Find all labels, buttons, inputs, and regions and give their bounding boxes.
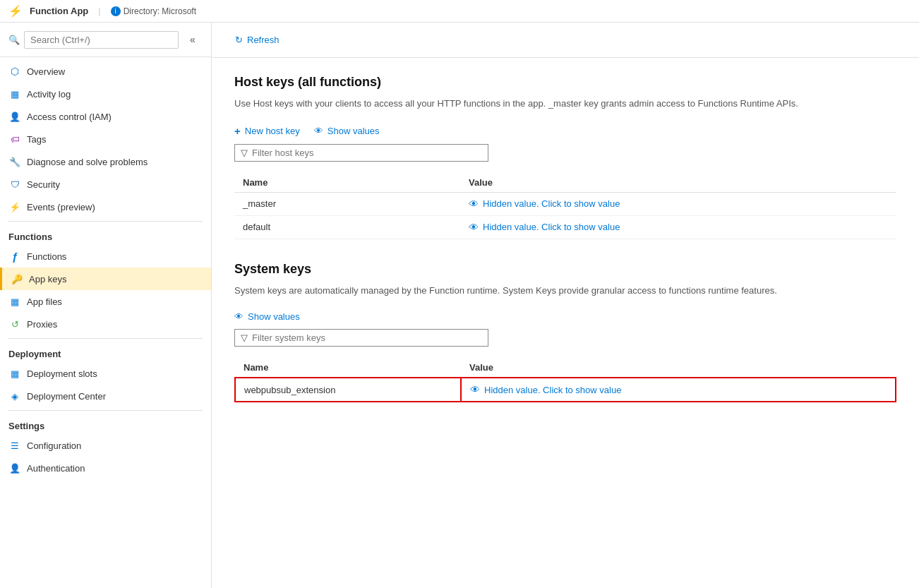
app-title: Function App	[30, 6, 88, 16]
eye-icon: 👁	[314, 126, 323, 136]
refresh-label: Refresh	[247, 35, 280, 45]
system-keys-filter-input[interactable]	[252, 332, 482, 343]
hidden-value-webpubsub[interactable]: 👁 Hidden value. Click to show value	[470, 384, 887, 395]
table-row: default 👁 Hidden value. Click to show va…	[234, 215, 896, 239]
overview-icon: ⬡	[8, 65, 21, 78]
sidebar-item-label: Configuration	[27, 440, 81, 451]
filter-icon: ▽	[241, 332, 248, 343]
top-bar: ⚡ Function App | i Directory: Microsoft	[0, 0, 919, 23]
show-system-values-button[interactable]: 👁 Show values	[234, 311, 300, 322]
sidebar-nav: ⬡ Overview ▦ Activity log 👤 Access contr…	[0, 57, 211, 482]
deployment-section-label: Deployment	[0, 342, 211, 362]
sidebar-item-label: Diagnose and solve problems	[27, 157, 148, 167]
sidebar-item-app-files[interactable]: ▦ App files	[0, 290, 211, 313]
authentication-icon: 👤	[8, 462, 21, 474]
events-icon: ⚡	[8, 200, 21, 213]
host-key-value[interactable]: 👁 Hidden value. Click to show value	[460, 192, 896, 215]
security-icon: 🛡	[8, 178, 21, 191]
system-keys-description: System keys are automatically managed by…	[234, 284, 870, 298]
content-body: Host keys (all functions) Use Host keys …	[212, 58, 919, 442]
sidebar-item-diagnose[interactable]: 🔧 Diagnose and solve problems	[0, 150, 211, 173]
directory-label: i Directory: Microsoft	[111, 6, 196, 16]
host-keys-value-header: Value	[460, 173, 896, 193]
hidden-value-default[interactable]: 👁 Hidden value. Click to show value	[469, 222, 888, 233]
host-keys-description: Use Host keys with your clients to acces…	[234, 97, 870, 111]
system-keys-value-header: Value	[461, 358, 896, 378]
filter-icon: ▽	[241, 148, 248, 158]
sidebar-divider-settings	[8, 410, 203, 411]
sidebar-item-deployment-center[interactable]: ◈ Deployment Center	[0, 385, 211, 407]
tags-icon: 🏷	[8, 133, 21, 145]
new-host-key-label: New host key	[245, 126, 300, 136]
host-keys-filter-input[interactable]	[252, 148, 482, 158]
sidebar-item-overview[interactable]: ⬡ Overview	[0, 60, 211, 83]
new-host-key-button[interactable]: + New host key	[234, 125, 300, 137]
sidebar-item-label: Functions	[27, 251, 66, 262]
host-key-value[interactable]: 👁 Hidden value. Click to show value	[460, 215, 896, 239]
hidden-value-text: Hidden value. Click to show value	[483, 198, 620, 209]
activity-log-icon: ▦	[8, 88, 21, 100]
content-area: ↻ Refresh Host keys (all functions) Use …	[212, 23, 919, 588]
sidebar-divider-functions	[8, 221, 203, 222]
system-keys-actions: 👁 Show values	[234, 311, 896, 322]
host-key-name: _master	[234, 192, 460, 215]
table-row: webpubsub_extension 👁 Hidden value. Clic…	[235, 378, 896, 402]
eye-icon: 👁	[470, 384, 480, 395]
functions-icon: ƒ	[8, 250, 21, 263]
sidebar-item-app-keys[interactable]: 🔑 App keys	[0, 268, 211, 290]
diagnose-icon: 🔧	[8, 155, 21, 168]
host-key-name: default	[234, 215, 460, 239]
access-control-icon: 👤	[8, 110, 21, 123]
directory-text: Directory: Microsoft	[124, 6, 196, 16]
proxies-icon: ↺	[8, 318, 21, 330]
sidebar-item-access-control[interactable]: 👤 Access control (IAM)	[0, 105, 211, 128]
refresh-button[interactable]: ↻ Refresh	[226, 30, 289, 50]
collapse-button[interactable]: «	[183, 30, 203, 49]
app-keys-icon: 🔑	[11, 272, 23, 285]
show-host-values-button[interactable]: 👁 Show values	[314, 126, 380, 136]
sidebar-item-label: Proxies	[27, 319, 57, 330]
sidebar-item-security[interactable]: 🛡 Security	[0, 173, 211, 196]
top-bar-divider: |	[98, 6, 100, 16]
sidebar-divider-deployment	[8, 338, 203, 339]
sidebar-item-label: App keys	[29, 274, 66, 284]
sidebar-item-authentication[interactable]: 👤 Authentication	[0, 457, 211, 479]
system-keys-table: Name Value webpubsub_extension 👁 Hidden …	[234, 358, 896, 402]
function-app-icon: ⚡	[8, 4, 23, 18]
sidebar: 🔍 « ⬡ Overview ▦ Activity log 👤 Access c…	[0, 23, 212, 588]
host-keys-title: Host keys (all functions)	[234, 75, 896, 90]
toolbar: ↻ Refresh	[212, 23, 919, 58]
sidebar-item-label: Tags	[27, 134, 46, 145]
info-icon: i	[111, 6, 121, 16]
sidebar-item-label: Access control (IAM)	[27, 112, 112, 122]
table-row: _master 👁 Hidden value. Click to show va…	[234, 192, 896, 215]
system-key-name: webpubsub_extension	[235, 378, 461, 402]
sidebar-item-events[interactable]: ⚡ Events (preview)	[0, 196, 211, 218]
search-input[interactable]	[24, 31, 179, 49]
sidebar-item-label: App files	[27, 296, 62, 307]
system-keys-title: System keys	[234, 262, 896, 277]
system-keys-section: System keys System keys are automaticall…	[234, 262, 896, 403]
functions-section-label: Functions	[0, 224, 211, 245]
sidebar-item-configuration[interactable]: ☰ Configuration	[0, 434, 211, 457]
sidebar-item-deployment-slots[interactable]: ▦ Deployment slots	[0, 362, 211, 385]
sidebar-item-label: Deployment Center	[27, 391, 106, 402]
sidebar-item-activity-log[interactable]: ▦ Activity log	[0, 83, 211, 105]
eye-icon: 👁	[234, 311, 244, 322]
host-keys-section: Host keys (all functions) Use Host keys …	[234, 75, 896, 239]
sidebar-item-proxies[interactable]: ↺ Proxies	[0, 313, 211, 335]
deployment-slots-icon: ▦	[8, 367, 21, 380]
search-bar: 🔍 «	[0, 23, 211, 57]
hidden-value-master[interactable]: 👁 Hidden value. Click to show value	[469, 198, 888, 210]
configuration-icon: ☰	[8, 439, 21, 452]
system-keys-name-header: Name	[235, 358, 461, 378]
sidebar-item-label: Overview	[27, 66, 65, 77]
system-key-value[interactable]: 👁 Hidden value. Click to show value	[461, 378, 896, 402]
sidebar-item-label: Security	[27, 179, 60, 190]
eye-icon: 👁	[469, 222, 479, 233]
sidebar-item-tags[interactable]: 🏷 Tags	[0, 128, 211, 150]
host-keys-actions: + New host key 👁 Show values	[234, 125, 896, 137]
hidden-value-text: Hidden value. Click to show value	[484, 385, 621, 395]
hidden-value-text: Hidden value. Click to show value	[483, 222, 620, 232]
sidebar-item-functions[interactable]: ƒ Functions	[0, 245, 211, 268]
